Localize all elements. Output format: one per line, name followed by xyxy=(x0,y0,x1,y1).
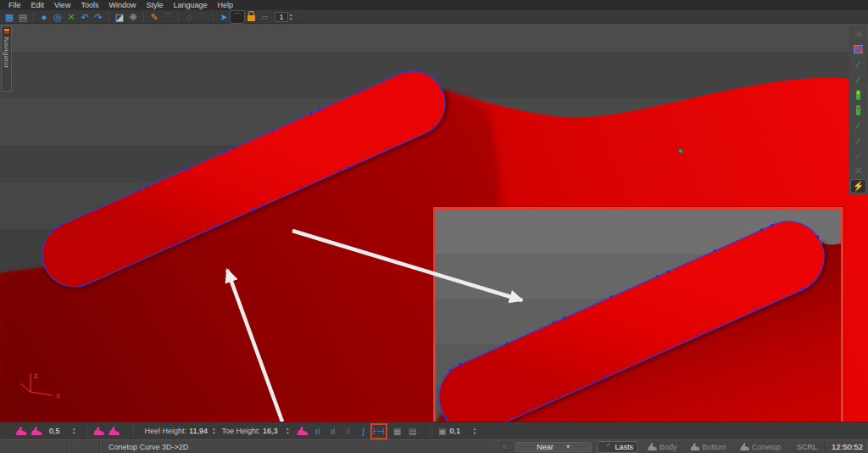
menu-bar: File Edit View Tools Window Style Langua… xyxy=(0,0,868,10)
table-view-icon[interactable] xyxy=(851,42,865,55)
navigator-icon xyxy=(3,28,10,35)
layer-toggle-lasts[interactable]: ✓ Lasts xyxy=(597,441,638,453)
magnifier-inset-window xyxy=(433,207,843,422)
heel-add-icon[interactable] xyxy=(92,425,106,438)
open-project-icon[interactable]: ▤ xyxy=(16,11,30,23)
near-filter-checkbox[interactable] xyxy=(501,443,509,450)
curve-tool-4-icon[interactable]: ∕ xyxy=(851,134,865,147)
girth-tool-red-icon[interactable] xyxy=(851,103,865,116)
toolbar-separator xyxy=(209,12,214,22)
toolbar-separator xyxy=(426,426,431,437)
grading-spinner[interactable]: ▴▾ xyxy=(474,427,476,435)
body-icon xyxy=(648,443,657,450)
navigator-tab[interactable]: Navigator xyxy=(1,25,12,92)
scroll-lock-indicator: SCRL xyxy=(797,443,817,451)
toe-height-spinner[interactable]: ▴▾ xyxy=(287,427,289,435)
surface-point-marker[interactable] xyxy=(679,149,682,153)
right-toolbar: ⇲ ∕ ∕ ∕ ∕ ∕ ✕ ⚡ xyxy=(849,25,867,194)
conetop-measure-icon-highlighted[interactable]: ⊦⊣ xyxy=(372,425,386,438)
heel-toe-toolbar: 0,5 ▴▾ Heel Height: 11,94 ▴▾ Toe Height:… xyxy=(0,422,868,439)
navigator-label: Navigator xyxy=(3,37,10,69)
application-window: File Edit View Tools Window Style Langua… xyxy=(0,0,868,453)
heel-height-spinner[interactable]: ▴▾ xyxy=(213,427,215,435)
menu-help[interactable]: Help xyxy=(212,0,238,10)
save-icon[interactable]: ▦ xyxy=(3,11,16,23)
eraser-icon[interactable]: ◪ xyxy=(113,11,126,23)
spray-icon[interactable]: ❋ xyxy=(126,11,140,23)
heel-height-label: Heel Height: xyxy=(145,427,187,435)
measure-a1-icon[interactable]: ıi xyxy=(311,425,325,438)
heel-edit-icon[interactable] xyxy=(108,425,121,438)
curve-tool-3-icon[interactable]: ∕ xyxy=(851,119,865,131)
toolbar-separator xyxy=(30,12,34,22)
cut-icon[interactable]: ✕ xyxy=(64,11,78,23)
spring-curve-icon[interactable]: ∫ xyxy=(357,425,370,438)
toolbar-separator xyxy=(175,12,179,22)
layer-toggle-body[interactable]: Body xyxy=(643,442,682,452)
curve-disabled-icon: ∕ xyxy=(851,149,865,162)
flash-tool-icon[interactable]: ⚡ xyxy=(851,180,865,193)
girth-tool-yellow-icon[interactable] xyxy=(851,88,865,101)
redo-icon[interactable]: ↷ xyxy=(92,11,105,23)
axis-x-label: X xyxy=(56,392,60,400)
toolbar-separator xyxy=(82,426,87,437)
magnifier-scene xyxy=(436,210,841,422)
delete-disabled-icon: ✕ xyxy=(851,165,865,177)
toe-height-value[interactable]: 16,3 xyxy=(263,427,285,435)
grading-value-field[interactable]: 0,1 xyxy=(450,427,472,435)
menu-window[interactable]: Window xyxy=(103,0,141,10)
cursor-icon[interactable]: ➤ xyxy=(217,11,231,23)
status-message: Conetop Curve 3D->2D xyxy=(100,443,197,451)
toolbar-separator xyxy=(105,12,109,22)
status-bar: Conetop Curve 3D->2D Near ▼ ✓ Lasts Body… xyxy=(0,439,868,453)
heel-lower-icon[interactable] xyxy=(30,425,43,438)
shoe-tool-icon[interactable] xyxy=(296,425,309,438)
layer-toggle-bottom[interactable]: Bottom xyxy=(686,442,731,452)
heel-raise-icon[interactable] xyxy=(14,425,28,438)
ghost-icon: ▱ xyxy=(258,11,271,23)
toolbar-separator xyxy=(140,12,144,22)
menu-language[interactable]: Language xyxy=(168,0,212,10)
menu-tools[interactable]: Tools xyxy=(75,0,103,10)
curve-tool-1-icon[interactable]: ∕ xyxy=(851,58,865,70)
viewport-3d[interactable]: Z X xyxy=(0,24,868,422)
table-2-icon[interactable]: ▤ xyxy=(406,425,420,438)
table-1-icon[interactable]: ▦ xyxy=(391,425,404,438)
conetop-icon xyxy=(740,443,749,450)
layer-spinner[interactable]: ▴▾ xyxy=(290,13,292,21)
lock-icon[interactable] xyxy=(244,11,258,23)
curve-active-icon[interactable]: ⌒ xyxy=(231,11,244,23)
status-cell-1 xyxy=(0,440,68,453)
heel-height-value[interactable]: 11,94 xyxy=(189,427,211,435)
dotted-circle-icon[interactable]: ◌ xyxy=(182,11,196,23)
bottom-icon xyxy=(690,443,699,450)
axis-z-label: Z xyxy=(34,372,38,380)
main-toolbar: ▦ ▤ ● ◎ ✕ ↶ ↷ ◪ ❋ ✎ ⌒ ◌ ⌒ ➤ ⌒ ▱ 1 ▴▾ xyxy=(0,10,868,24)
measure-a2-icon[interactable]: ıi xyxy=(326,425,340,438)
transform-disabled-icon: ⇲ xyxy=(851,27,865,40)
grading-box-icon[interactable]: ▣ xyxy=(436,425,449,438)
toe-height-label: Toe Height: xyxy=(222,427,261,435)
undo-icon[interactable]: ↶ xyxy=(78,11,92,23)
menu-view[interactable]: View xyxy=(49,0,75,10)
curve-tool-2-icon[interactable]: ∕ xyxy=(851,73,865,86)
step-spinner[interactable]: ▴▾ xyxy=(73,427,75,435)
toolbar-separator xyxy=(129,426,134,437)
snap-mode-value: Near xyxy=(537,443,554,451)
chevron-down-icon: ▼ xyxy=(565,444,571,450)
pen-icon[interactable]: ✎ xyxy=(147,11,161,23)
step-value-field[interactable]: 0,5 xyxy=(49,427,71,435)
curve-edit-icon[interactable]: ⌒ xyxy=(161,11,175,23)
menu-file[interactable]: File xyxy=(3,0,26,10)
layer-number-field[interactable]: 1 xyxy=(275,12,288,22)
menu-edit[interactable]: Edit xyxy=(26,0,50,10)
clock: 12:50:52 xyxy=(824,442,868,451)
menu-style[interactable]: Style xyxy=(141,0,168,10)
orbit-icon[interactable]: ● xyxy=(37,11,51,23)
measure-a3-disabled-icon: ıi xyxy=(342,425,355,438)
snap-mode-dropdown[interactable]: Near ▼ xyxy=(515,442,592,452)
zoom-icon[interactable]: ◎ xyxy=(51,11,64,23)
layer-toggle-conetop[interactable]: Conetop xyxy=(736,442,785,452)
check-icon: ✓ xyxy=(605,441,611,449)
curve-disabled-icon: ⌒ xyxy=(196,11,209,23)
